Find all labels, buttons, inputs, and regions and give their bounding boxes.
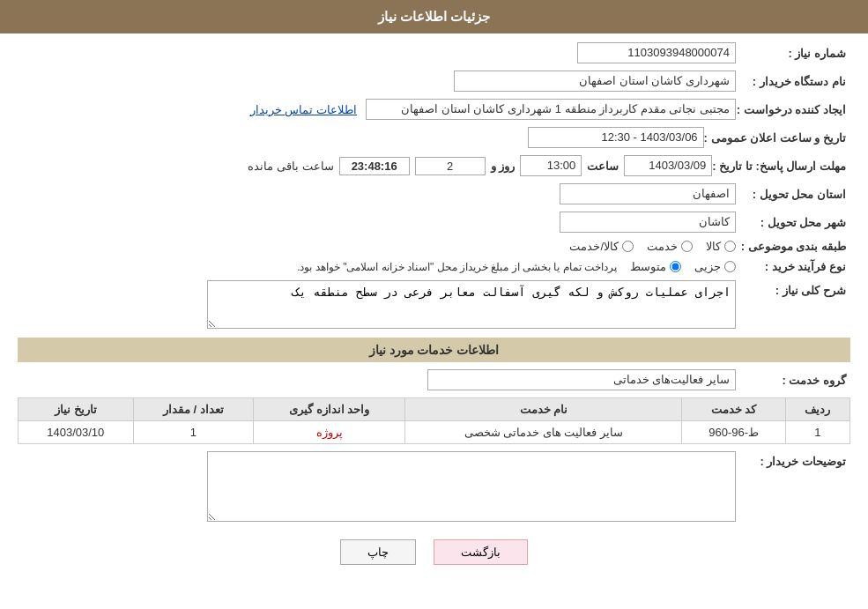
process-option-jozi: جزیی <box>694 260 736 273</box>
col-need-date: تاریخ نیاز <box>19 398 134 421</box>
cell-need-date: 1403/03/10 <box>19 421 134 444</box>
col-row-num: ردیف <box>785 398 849 421</box>
buttons-row: بازگشت چاپ <box>18 539 850 565</box>
category-label: طبقه بندی موضوعی : <box>736 240 850 253</box>
city-row: شهر محل تحویل : کاشان <box>18 212 850 233</box>
buyer-org-row: نام دستگاه خریدار : شهرداری کاشان استان … <box>18 71 850 92</box>
category-option-kala: کالا <box>706 240 736 253</box>
category-label-khedmat: خدمت <box>647 240 678 253</box>
page-wrapper: جزئیات اطلاعات نیاز شماره نیاز : 1103093… <box>0 0 868 609</box>
buyer-description-row: توضیحات خریدار : <box>18 451 850 522</box>
process-options: جزیی متوسط <box>630 260 736 273</box>
need-number-value: 1103093948000074 <box>577 42 736 63</box>
process-radio-jozi[interactable] <box>724 261 736 272</box>
contact-link[interactable]: اطلاعات تماس خریدار <box>250 103 357 116</box>
deadline-label: مهلت ارسال پاسخ: تا تاریخ : <box>712 160 850 173</box>
service-group-value: سایر فعالیت‌های خدماتی <box>427 369 736 390</box>
province-row: استان محل تحویل : اصفهان <box>18 183 850 204</box>
process-label-jozi: جزیی <box>694 260 721 273</box>
page-header: جزئیات اطلاعات نیاز <box>0 0 868 33</box>
process-row: نوع فرآیند خرید : جزیی متوسط پرداخت تمام… <box>18 260 850 273</box>
category-option-kala-khedmat: کالا/خدمت <box>569 240 634 253</box>
deadline-details: 1403/03/09 ساعت 13:00 روز و 2 23:48:16 س… <box>248 155 712 176</box>
need-description-label: شرح کلی نیاز : <box>736 280 850 297</box>
cell-unit: پروژه <box>254 421 405 444</box>
category-label-kala: کالا <box>706 240 721 253</box>
buyer-description-textarea[interactable] <box>207 451 736 522</box>
category-radio-kala-khedmat[interactable] <box>622 241 634 252</box>
category-option-khedmat: خدمت <box>647 240 693 253</box>
announce-date-row: تاریخ و ساعت اعلان عمومی : 1403/03/06 - … <box>18 127 850 148</box>
deadline-row: مهلت ارسال پاسخ: تا تاریخ : 1403/03/09 س… <box>18 155 850 176</box>
services-section-title: اطلاعات خدمات مورد نیاز <box>18 338 850 362</box>
process-label-motavasset: متوسط <box>630 260 666 273</box>
process-label: نوع فرآیند خرید : <box>736 260 850 273</box>
service-group-label: گروه خدمت : <box>736 374 850 387</box>
cell-quantity: 1 <box>133 421 254 444</box>
cell-service-code: ط-96-960 <box>682 421 785 444</box>
deadline-days-value: 2 <box>415 157 486 175</box>
remaining-time: 23:48:16 <box>339 157 410 175</box>
category-radio-khedmat[interactable] <box>681 241 693 252</box>
remaining-label: ساعت باقی مانده <box>248 160 333 173</box>
province-label: استان محل تحویل : <box>736 188 850 201</box>
announce-date-label: تاریخ و ساعت اعلان عمومی : <box>704 131 850 145</box>
table-row: 1 ط-96-960 سایر فعالیت های خدماتی شخصی پ… <box>19 421 850 444</box>
buyer-org-label: نام دستگاه خریدار : <box>736 75 850 88</box>
creator-label: ایجاد کننده درخواست : <box>736 103 850 116</box>
category-label-kala-khedmat: کالا/خدمت <box>569 240 619 253</box>
deadline-time: 13:00 <box>520 155 582 176</box>
category-row: طبقه بندی موضوعی : کالا خدمت کالا/خدمت <box>18 240 850 253</box>
need-number-row: شماره نیاز : 1103093948000074 <box>18 42 850 63</box>
cell-service-name: سایر فعالیت های خدماتی شخصی <box>405 421 682 444</box>
services-table: ردیف کد خدمت نام خدمت واحد اندازه گیری ت… <box>18 397 850 444</box>
buyer-description-label: توضیحات خریدار : <box>736 451 850 468</box>
process-radio-motavasset[interactable] <box>670 261 681 272</box>
deadline-time-label: ساعت <box>587 160 619 173</box>
category-radio-kala[interactable] <box>724 241 736 252</box>
buyer-org-value: شهرداری کاشان استان اصفهان <box>454 71 736 92</box>
col-quantity: تعداد / مقدار <box>133 398 254 421</box>
need-description-row: شرح کلی نیاز : <box>18 280 850 329</box>
need-number-label: شماره نیاز : <box>736 47 850 60</box>
category-options: کالا خدمت کالا/خدمت <box>569 240 736 253</box>
back-button[interactable]: بازگشت <box>434 539 528 565</box>
page-title: جزئیات اطلاعات نیاز <box>378 9 490 24</box>
table-header-row: ردیف کد خدمت نام خدمت واحد اندازه گیری ت… <box>19 398 850 421</box>
col-service-name: نام خدمت <box>405 398 682 421</box>
col-unit: واحد اندازه گیری <box>254 398 405 421</box>
cell-row-num: 1 <box>785 421 849 444</box>
deadline-days-label: روز و <box>491 160 516 173</box>
need-description-textarea[interactable] <box>207 280 736 329</box>
province-value: اصفهان <box>560 183 736 204</box>
creator-row: ایجاد کننده درخواست : مجتبی نجاتی مقدم ک… <box>18 99 850 120</box>
service-group-row: گروه خدمت : سایر فعالیت‌های خدماتی <box>18 369 850 390</box>
main-content: شماره نیاز : 1103093948000074 نام دستگاه… <box>0 33 868 583</box>
print-button[interactable]: چاپ <box>340 539 416 565</box>
city-label: شهر محل تحویل : <box>736 216 850 229</box>
city-value: کاشان <box>560 212 736 233</box>
creator-value: مجتبی نجاتی مقدم کاربرداز منطقه 1 شهردار… <box>366 99 736 120</box>
deadline-date: 1403/03/09 <box>624 155 712 176</box>
col-service-code: کد خدمت <box>682 398 785 421</box>
process-option-motavasset: متوسط <box>630 260 681 273</box>
process-note: پرداخت تمام یا بخشی از مبلغ خریداز محل "… <box>297 261 617 273</box>
announce-date-value: 1403/03/06 - 12:30 <box>528 127 704 148</box>
